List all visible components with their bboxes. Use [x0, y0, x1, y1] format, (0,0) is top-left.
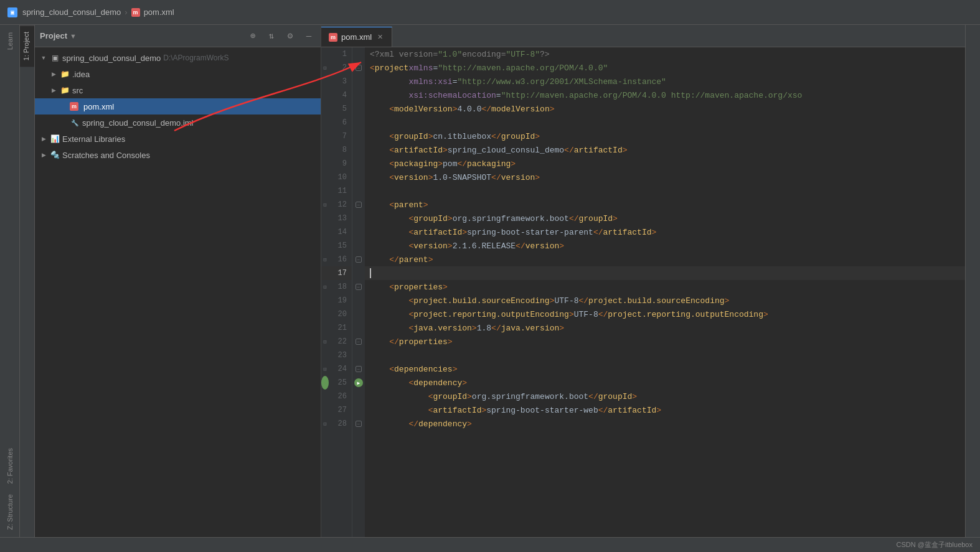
tab-close-btn[interactable]: ✕ [375, 33, 384, 42]
fold-24[interactable]: − [356, 366, 362, 372]
root-path: D:\AProgramWorkS [163, 54, 229, 62]
fold-2[interactable]: − [356, 65, 362, 71]
fold-28[interactable]: − [356, 421, 362, 427]
sidebar-tab-structure[interactable]: Z: Structure [4, 489, 16, 535]
gutter-9 [352, 157, 365, 171]
fold-22[interactable]: − [356, 339, 362, 345]
scratches-label: Scratches and Consoles [62, 151, 150, 160]
ln-12: ⊟12 [321, 198, 352, 212]
project-panel-title: Project ▼ [40, 31, 241, 40]
maven-pom-icon: m [70, 102, 78, 111]
gutter-7 [352, 129, 365, 143]
panel-btn-sort[interactable]: ⇅ [265, 29, 278, 43]
project-name: spring_cloud_consul_demo [22, 7, 121, 17]
gutter-4 [352, 88, 365, 102]
gutter-15 [352, 239, 365, 253]
gutter-22: − [352, 335, 365, 349]
gutter-11 [352, 184, 365, 198]
fold-12[interactable]: − [356, 202, 362, 208]
code-line-16: </parent> [365, 253, 965, 266]
extlibs-label: External Libraries [62, 134, 125, 144]
project-folder-icon: ▣ [50, 53, 60, 63]
code-line-24: <dependencies> [365, 362, 965, 376]
tab-label: pom.xml [341, 32, 372, 42]
panel-btn-minimize[interactable]: — [302, 29, 316, 43]
gutter-14 [352, 225, 365, 239]
ln-19: 19 [321, 294, 352, 307]
gutter-col: − − − − − [352, 47, 365, 537]
gutter-21 [352, 321, 365, 335]
project-dropdown-arrow[interactable]: ▼ [70, 32, 77, 40]
ln-4: 4 [321, 88, 352, 102]
ln-6: 6 [321, 116, 352, 129]
code-line-8: <artifactId>spring_cloud_consul_demo</ar… [365, 143, 965, 157]
tree-arrow-extlibs: ▶ [40, 135, 47, 143]
ln-15: 15 [321, 239, 352, 253]
gutter-6 [352, 116, 365, 129]
code-line-12: <parent> [365, 198, 965, 212]
ln-17: 17 [321, 266, 352, 280]
tree-arrow-pom [60, 103, 67, 110]
fold-16[interactable]: − [356, 256, 362, 263]
gutter-13 [352, 212, 365, 225]
sidebar-tab-favorites[interactable]: 2: Favorites [4, 443, 16, 489]
tab-maven-icon: m [329, 33, 337, 42]
pom-label: pom.xml [83, 102, 114, 111]
code-line-25: <dependency> [365, 376, 965, 390]
editor-tabs: m pom.xml ✕ [321, 25, 965, 47]
ln-23: 23 [321, 349, 352, 362]
tree-item-root[interactable]: ▼ ▣ spring_cloud_consul_demo D:\AProgram… [35, 50, 321, 66]
ln-25: ▶25 [321, 376, 352, 390]
code-content[interactable]: <?xml version="1.0" encoding="UTF-8" ?> … [365, 47, 965, 537]
bottom-right: CSDN @蓝盒子itbluebox [897, 540, 973, 550]
run-25[interactable]: ▶ [354, 378, 363, 387]
ln-27: 27 [321, 403, 352, 417]
code-line-5: <modelVersion>4.0.0</modelVersion> [365, 102, 965, 116]
title-bar-content: spring_cloud_consul_demo › m pom.xml [22, 7, 174, 17]
vtab-project[interactable]: 1: Project [20, 25, 34, 67]
gutter-20 [352, 307, 365, 321]
code-line-19: <project.build.sourceEncoding>UTF-8</pro… [365, 294, 965, 307]
gutter-8 [352, 143, 365, 157]
extlibs-icon: 📊 [50, 134, 60, 144]
fold-18[interactable]: − [356, 284, 362, 290]
tree-item-iml[interactable]: 🔧 spring_cloud_consul_demo.iml [35, 115, 321, 131]
tree-item-scratches[interactable]: ▶ 🔩 Scratches and Consoles [35, 147, 321, 163]
tab-pomxml[interactable]: m pom.xml ✕ [321, 27, 392, 47]
gutter-16: − [352, 253, 365, 266]
code-line-27: <artifactId>spring-boot-starter-web</art… [365, 403, 965, 417]
panel-btn-settings[interactable]: ⚙ [283, 29, 297, 43]
tree-item-idea[interactable]: ▶ 📁 .idea [35, 66, 321, 82]
code-editor[interactable]: 1 ⊟2 3 4 5 6 7 8 9 10 11 ⊟12 13 14 15 ⊟1… [321, 47, 965, 537]
code-line-17 [365, 266, 965, 280]
maven-icon: m [131, 8, 140, 17]
left-vertical-tabs: 1: Project [20, 25, 35, 537]
code-line-18: <properties> [365, 280, 965, 294]
ln-20: 20 [321, 307, 352, 321]
gutter-25: ▶ [352, 376, 365, 390]
sidebar-tab-learn[interactable]: Learn [4, 27, 16, 55]
gutter-27 [352, 403, 365, 417]
ln-14: 14 [321, 225, 352, 239]
tree-item-pom[interactable]: m pom.xml [35, 98, 321, 115]
title-separator: › [125, 7, 127, 17]
code-line-10: <version>1.0-SNAPSHOT</version> [365, 171, 965, 184]
ln-8: 8 [321, 143, 352, 157]
gutter-28: − [352, 417, 365, 431]
panel-btn-add[interactable]: ⊕ [246, 29, 260, 43]
tree-item-src[interactable]: ▶ 📁 src [35, 82, 321, 98]
gutter-1 [352, 47, 365, 61]
title-bar: ▣ spring_cloud_consul_demo › m pom.xml [0, 0, 980, 25]
tree-arrow-idea: ▶ [50, 70, 57, 78]
gutter-24: − [352, 362, 365, 376]
code-line-23 [365, 349, 965, 362]
iml-label: spring_cloud_consul_demo.iml [82, 118, 194, 128]
editor-area: m pom.xml ✕ 1 ⊟2 3 4 5 6 7 8 9 10 11 ⊟12… [321, 25, 965, 537]
gutter-3 [352, 75, 365, 88]
tree-item-extlibs[interactable]: ▶ 📊 External Libraries [35, 131, 321, 147]
ln-3: 3 [321, 75, 352, 88]
ln-16: ⊟16 [321, 253, 352, 266]
gutter-26 [352, 390, 365, 403]
project-tree: ▼ ▣ spring_cloud_consul_demo D:\AProgram… [35, 47, 321, 537]
ln-28: ⊟28 [321, 417, 352, 431]
